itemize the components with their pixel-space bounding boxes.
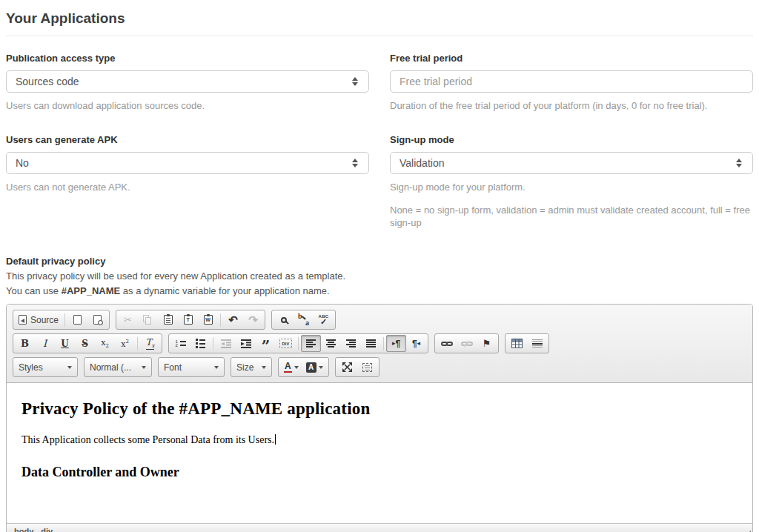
- settings-page: Your Applications Publication access typ…: [0, 0, 759, 532]
- rtl-icon: ¶◂: [412, 339, 420, 348]
- applications-form: Publication access type Sources code Use…: [6, 53, 753, 229]
- free-trial-input[interactable]: [390, 70, 753, 93]
- field-users-can-generate-apk: Users can generate APK No Users can not …: [6, 134, 369, 229]
- paste-icon: [164, 315, 173, 325]
- replace-button[interactable]: ba: [294, 311, 314, 328]
- blockquote-button[interactable]: ”: [256, 335, 276, 352]
- superscript-button[interactable]: x2: [115, 335, 135, 352]
- copy-icon: [143, 315, 153, 325]
- new-page-button[interactable]: [67, 311, 87, 328]
- text-color-icon: A: [284, 362, 299, 373]
- source-icon: [19, 315, 27, 325]
- bold-button[interactable]: B: [15, 335, 35, 352]
- signup-mode-label: Sign-up mode: [390, 134, 753, 145]
- background-color-icon: A: [306, 362, 323, 373]
- privacy-policy-paragraph: This Application collects some Personal …: [21, 434, 738, 446]
- undo-button[interactable]: ↶: [223, 311, 243, 328]
- rich-text-editor: Source ✂ T W ↶ ↷: [6, 304, 753, 532]
- preview-button[interactable]: [87, 311, 107, 328]
- horizontal-rule-button[interactable]: [527, 335, 547, 352]
- path-element-div[interactable]: div: [41, 527, 53, 532]
- undo-icon: ↶: [228, 314, 238, 325]
- app-name-variable: #APP_NAME: [62, 285, 120, 296]
- text-color-button[interactable]: A: [280, 359, 302, 376]
- maximize-button[interactable]: [337, 359, 357, 376]
- link-button[interactable]: [437, 335, 457, 352]
- align-justify-button[interactable]: [361, 335, 381, 352]
- text-direction-rtl-button[interactable]: ¶◂: [406, 335, 426, 352]
- size-combo[interactable]: Size: [231, 357, 272, 377]
- table-icon: [511, 339, 523, 348]
- generate-apk-select[interactable]: No: [6, 152, 369, 174]
- paragraph-format-combo[interactable]: Normal (...: [84, 357, 152, 377]
- unlink-icon: [461, 340, 473, 348]
- toolgroup-basicstyles: B I U S x2 x2 Tx: [13, 333, 162, 353]
- select-arrows-icon: [736, 159, 742, 167]
- redo-icon: ↷: [248, 314, 258, 325]
- styles-combo[interactable]: Styles: [13, 357, 78, 377]
- path-element-body[interactable]: body: [14, 527, 33, 532]
- toolbar-separator: [383, 337, 384, 350]
- paste-from-word-button[interactable]: W: [198, 311, 218, 328]
- styles-combo-label: Styles: [19, 362, 62, 373]
- signup-mode-value: Validation: [400, 157, 736, 169]
- privacy-policy-desc-2: You can use #APP_NAME as a dynamic varia…: [6, 284, 753, 299]
- paste-from-word-icon: W: [204, 315, 213, 325]
- toolgroup-links: ⚑: [434, 333, 499, 353]
- title-divider: [6, 36, 753, 36]
- paste-plain-text-button[interactable]: T: [178, 311, 198, 328]
- paste-button[interactable]: [158, 311, 178, 328]
- superscript-icon: x2: [121, 339, 129, 349]
- text-direction-ltr-button[interactable]: ▸¶: [386, 335, 406, 352]
- spell-check-button[interactable]: ABC✓: [314, 311, 334, 328]
- bulleted-list-icon: [196, 339, 205, 348]
- strikethrough-button[interactable]: S: [75, 335, 95, 352]
- strikethrough-icon: S: [82, 339, 88, 349]
- source-button[interactable]: Source: [15, 311, 62, 328]
- editor-content[interactable]: Privacy Policy of the #APP_NAME applicat…: [7, 383, 752, 523]
- chevron-down-icon: [262, 366, 266, 369]
- horizontal-rule-icon: [532, 339, 543, 348]
- toolbar-row-2: B I U S x2 x2 Tx 1 2: [7, 331, 752, 355]
- align-right-button[interactable]: [341, 335, 361, 352]
- insert-table-button[interactable]: [507, 335, 527, 352]
- chevron-down-icon: [142, 366, 146, 369]
- signup-mode-select[interactable]: Validation: [390, 152, 753, 174]
- publication-access-label: Publication access type: [6, 53, 369, 64]
- bold-icon: B: [21, 338, 29, 349]
- data-controller-heading: Data Controller and Owner: [21, 465, 738, 480]
- create-div-button[interactable]: DIV: [276, 335, 296, 352]
- align-right-icon: [346, 339, 356, 348]
- publication-access-select[interactable]: Sources code: [6, 70, 369, 93]
- signup-mode-help-2: None = no sign-up form, validation = adm…: [390, 204, 753, 229]
- find-button[interactable]: [274, 311, 294, 328]
- font-combo[interactable]: Font: [158, 357, 225, 377]
- new-page-icon: [73, 315, 82, 325]
- italic-button[interactable]: I: [35, 335, 55, 352]
- publication-access-value: Sources code: [16, 76, 352, 87]
- align-center-button[interactable]: [321, 335, 341, 352]
- text-cursor: [275, 434, 276, 445]
- page-title: Your Applications: [6, 10, 753, 27]
- numbered-list-button[interactable]: 1 2: [170, 335, 190, 352]
- increase-indent-button[interactable]: [236, 335, 256, 352]
- toolbar-separator: [298, 337, 299, 350]
- align-left-icon: [306, 339, 316, 348]
- remove-format-button[interactable]: Tx: [140, 335, 160, 352]
- privacy-policy-label: Default privacy policy: [6, 256, 753, 267]
- underline-button[interactable]: U: [55, 335, 75, 352]
- toolgroup-paragraph: 1 2: [168, 333, 428, 353]
- bulleted-list-button[interactable]: [190, 335, 211, 352]
- show-blocks-button[interactable]: [357, 359, 377, 376]
- toolbar-row-1: Source ✂ T W ↶ ↷: [7, 307, 752, 331]
- anchor-button[interactable]: ⚑: [477, 335, 497, 352]
- subscript-button[interactable]: x2: [95, 335, 115, 352]
- background-color-button[interactable]: A: [302, 359, 327, 376]
- cut-icon: ✂: [124, 314, 132, 325]
- align-justify-icon: [366, 339, 376, 348]
- italic-icon: I: [43, 338, 47, 349]
- format-combo-label: Normal (...: [90, 362, 136, 373]
- free-trial-help: Duration of the free trial period of you…: [390, 99, 753, 112]
- generate-apk-help: Users can not generate APK.: [6, 181, 369, 193]
- align-left-button[interactable]: [301, 335, 321, 352]
